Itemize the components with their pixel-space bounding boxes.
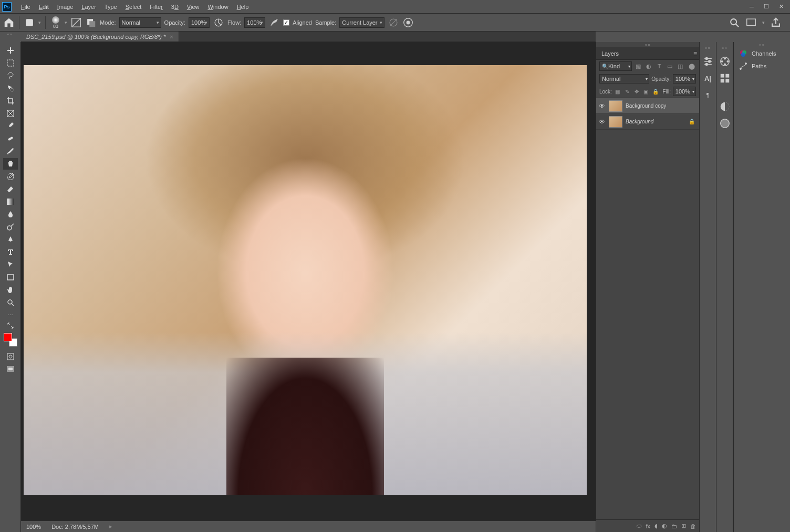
status-arrow-icon[interactable]: ▸: [109, 523, 112, 530]
menu-file[interactable]: File: [17, 4, 35, 10]
layer-opacity-input[interactable]: 100%: [673, 74, 696, 84]
crop-tool[interactable]: [3, 95, 18, 107]
tool-preset-icon[interactable]: [24, 17, 35, 28]
healing-tool[interactable]: [3, 133, 18, 144]
lock-artboard-icon[interactable]: ▣: [642, 88, 650, 95]
visibility-icon[interactable]: 👁: [598, 102, 606, 110]
lock-pixels-icon[interactable]: ✎: [623, 88, 631, 95]
mode-dropdown[interactable]: Normal: [119, 17, 161, 28]
brush-preset-picker[interactable]: 83: [50, 15, 61, 30]
blur-tool[interactable]: [3, 208, 18, 220]
lasso-tool[interactable]: [3, 70, 18, 81]
brush-panel-icon[interactable]: [70, 17, 82, 28]
zoom-level[interactable]: 100%: [26, 524, 41, 530]
brush-tool[interactable]: [3, 145, 18, 157]
filter-adjust-icon[interactable]: ◐: [645, 62, 653, 70]
layer-item[interactable]: 👁 Background 🔒: [596, 114, 699, 130]
filter-toggle-icon[interactable]: ⬤: [688, 62, 696, 70]
shape-tool[interactable]: [3, 272, 18, 283]
link-layers-icon[interactable]: ⬭: [637, 523, 641, 529]
menu-image[interactable]: Image: [53, 4, 78, 10]
adjustment-layer-icon[interactable]: ◐: [662, 523, 667, 529]
document-canvas[interactable]: [24, 65, 587, 495]
screen-mode-icon[interactable]: [745, 17, 757, 28]
layer-fx-icon[interactable]: fx: [646, 523, 650, 529]
adjustments-icon[interactable]: [719, 101, 731, 112]
paragraph-icon[interactable]: ¶: [702, 89, 714, 101]
share-icon[interactable]: [770, 17, 782, 28]
panel-collapse-grip[interactable]: ««: [596, 42, 699, 47]
layer-thumbnail[interactable]: [609, 100, 622, 112]
document-tab[interactable]: DSC_2159.psd @ 100% (Background copy, RG…: [21, 32, 179, 41]
filter-kind-dropdown[interactable]: 🔍 Kind: [599, 61, 632, 71]
menu-help[interactable]: Help: [233, 4, 253, 10]
fill-input[interactable]: 100%: [673, 87, 696, 96]
opacity-input[interactable]: 100%: [189, 17, 210, 28]
maximize-button[interactable]: ☐: [760, 2, 773, 12]
layers-tab[interactable]: Layers ≡: [596, 47, 699, 60]
group-icon[interactable]: 🗀: [671, 523, 677, 529]
history-brush-tool[interactable]: [3, 171, 18, 182]
panel-grip[interactable]: ««: [734, 42, 790, 47]
character-icon[interactable]: A|: [702, 72, 714, 84]
airbrush-icon[interactable]: [268, 17, 280, 28]
layer-mask-icon[interactable]: ◖: [654, 523, 658, 529]
clone-source-icon[interactable]: [85, 17, 97, 28]
clone-stamp-tool[interactable]: [3, 158, 18, 170]
toolbar-collapse-grip[interactable]: ««: [2, 32, 18, 37]
quick-select-tool[interactable]: [3, 82, 18, 94]
minimize-button[interactable]: ─: [745, 2, 758, 12]
styles-icon[interactable]: [719, 118, 731, 129]
marquee-tool[interactable]: [3, 57, 18, 69]
ignore-adjustments-icon[interactable]: [388, 17, 399, 28]
pressure-size-icon[interactable]: [402, 17, 414, 28]
edit-toolbar[interactable]: ⋯: [3, 309, 18, 321]
swap-colors-icon[interactable]: [3, 322, 18, 329]
close-button[interactable]: ✕: [774, 2, 788, 12]
color-icon[interactable]: [719, 56, 731, 67]
eraser-tool[interactable]: [3, 183, 18, 195]
menu-type[interactable]: Type: [100, 4, 121, 10]
foreground-color[interactable]: [4, 333, 12, 341]
lock-position-icon[interactable]: ✥: [633, 88, 640, 95]
hand-tool[interactable]: [3, 284, 18, 296]
filter-smart-icon[interactable]: ◫: [676, 62, 684, 70]
frame-tool[interactable]: [3, 108, 18, 119]
properties-icon[interactable]: [702, 56, 714, 67]
new-layer-icon[interactable]: ⊞: [681, 523, 686, 529]
swatches-icon[interactable]: [719, 72, 731, 84]
path-select-tool[interactable]: [3, 259, 18, 270]
home-icon[interactable]: [3, 17, 15, 28]
flow-input[interactable]: 100%: [244, 17, 265, 28]
blend-mode-dropdown[interactable]: Normal: [599, 74, 649, 84]
filter-type-icon[interactable]: T: [655, 62, 663, 70]
menu-window[interactable]: Window: [204, 4, 233, 10]
dodge-tool[interactable]: [3, 221, 18, 233]
menu-3d[interactable]: 3D: [167, 4, 183, 10]
visibility-icon[interactable]: 👁: [598, 118, 606, 126]
aligned-checkbox[interactable]: ✓: [283, 19, 289, 26]
color-swatches[interactable]: [4, 333, 17, 347]
lock-all-icon[interactable]: 🔒: [652, 88, 659, 95]
menu-select[interactable]: Select: [121, 4, 146, 10]
panel-grip[interactable]: »»: [722, 45, 727, 50]
canvas-area[interactable]: 100% Doc: 2,78M/5,57M ▸: [21, 42, 596, 532]
quickmask-icon[interactable]: [3, 351, 18, 362]
filter-pixel-icon[interactable]: ▧: [634, 62, 642, 70]
panel-grip[interactable]: »»: [705, 45, 711, 50]
type-tool[interactable]: [3, 246, 18, 258]
menu-layer[interactable]: Layer: [77, 4, 100, 10]
lock-transparency-icon[interactable]: ▦: [614, 88, 621, 95]
delete-layer-icon[interactable]: 🗑: [690, 523, 696, 529]
zoom-tool[interactable]: [3, 297, 18, 308]
move-tool[interactable]: [3, 45, 18, 56]
menu-edit[interactable]: Edit: [35, 4, 53, 10]
menu-filter[interactable]: Filter: [145, 4, 167, 10]
pressure-opacity-icon[interactable]: [213, 17, 224, 28]
channels-panel-button[interactable]: Channels: [734, 47, 790, 60]
gradient-tool[interactable]: [3, 196, 18, 207]
pen-tool[interactable]: [3, 234, 18, 245]
panel-menu-icon[interactable]: ≡: [693, 50, 697, 57]
layer-item[interactable]: 👁 Background copy: [596, 98, 699, 114]
sample-dropdown[interactable]: Current Layer: [339, 17, 384, 28]
